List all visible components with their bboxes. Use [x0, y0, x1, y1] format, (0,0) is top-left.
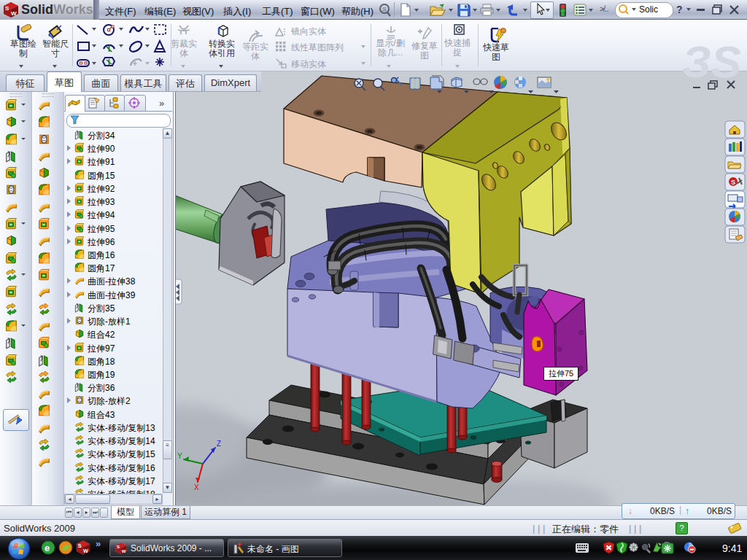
svg-text:W: W — [83, 548, 88, 554]
svg-text:S: S — [731, 179, 735, 186]
svg-text:S: S — [5, 5, 9, 12]
svg-text:Z: Z — [217, 440, 221, 448]
svg-text:Y: Y — [177, 452, 182, 460]
svg-text:S: S — [382, 6, 387, 12]
svg-text:S: S — [117, 545, 120, 549]
svg-text:W: W — [11, 10, 17, 17]
svg-text:X: X — [194, 483, 199, 491]
svg-text:W: W — [122, 549, 126, 553]
svg-text:e: e — [44, 542, 50, 553]
svg-text:S: S — [78, 542, 82, 549]
